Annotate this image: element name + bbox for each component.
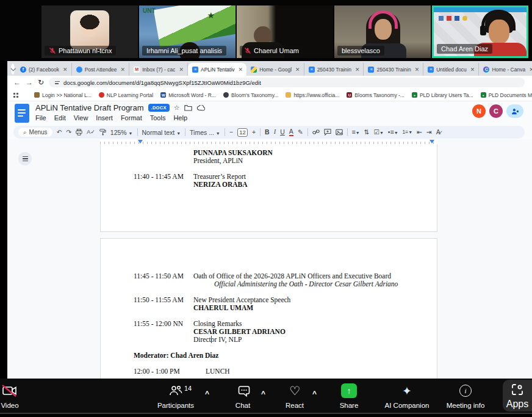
site-settings-icon[interactable] [55, 81, 60, 84]
italic-button[interactable]: I [274, 129, 276, 136]
numbered-list-button[interactable]: 1≡▼ [403, 129, 413, 135]
bookmark-login-national[interactable]: Login >> National L... [34, 92, 92, 98]
chat-menu-chevron[interactable]: ^ [261, 390, 265, 398]
font-size-field[interactable]: 12 [237, 128, 248, 137]
clear-formatting-button[interactable]: A̷ [436, 129, 440, 136]
document-page-1[interactable]: PUNNAPA SUKSAKORN President, APLiN 11:40… [100, 144, 437, 232]
highlight-color-button[interactable]: ✎ [298, 129, 303, 136]
doc-line: CHAERUL UMAM [193, 304, 437, 312]
tab-inbox[interactable]: M Inbox (7) - cac ✕ [129, 63, 188, 76]
tab-canva[interactable]: C Home - Canva ✕ [479, 63, 532, 76]
video-tile-irhamni[interactable]: ★ UNT Irhamni Ali_pusat analisis [139, 5, 235, 58]
align-button[interactable]: ≡▼ [352, 129, 360, 136]
bookmark-pld-library[interactable]: +PLD Library Users Ta... [412, 92, 473, 98]
checklist-button[interactable]: ☑▼ [373, 129, 383, 136]
bookmark-blooms-2[interactable]: UBlooms Taxonomy -... [347, 92, 404, 98]
increase-indent-button[interactable]: ⇥ [426, 129, 432, 136]
star-icon[interactable]: ☆ [174, 104, 180, 112]
close-icon[interactable]: ✕ [469, 67, 476, 73]
tab-facebook[interactable]: f (2) Facebook ✕ [16, 63, 72, 76]
close-icon[interactable]: ✕ [528, 67, 532, 73]
move-folder-icon[interactable] [184, 104, 192, 111]
tab-training-1[interactable]: ≡ 250430 Trainin ✕ [304, 63, 364, 76]
chevron-down-icon: ▼ [216, 131, 220, 136]
menu-format[interactable]: Format [121, 114, 142, 121]
participants-button[interactable]: Participants [148, 381, 204, 410]
share-button[interactable]: ↑ Share [321, 381, 377, 410]
decrease-indent-button[interactable]: ⇤ [417, 129, 422, 136]
tab-untitled-document[interactable]: ≡ Untitled docu ✕ [423, 63, 479, 76]
close-icon[interactable]: ✕ [62, 67, 69, 73]
underline-button[interactable]: U [280, 129, 285, 136]
spellcheck-icon[interactable]: A✓ [87, 129, 95, 135]
favicon [99, 92, 104, 98]
font-size-decrease[interactable]: − [229, 129, 233, 136]
menu-edit[interactable]: Edit [54, 114, 66, 121]
font-family-select[interactable]: Times ... ▼ [190, 129, 220, 136]
tab-post-attendee[interactable]: Post Attendee ✕ [72, 63, 129, 76]
collaborator-avatar-n[interactable]: N [472, 104, 486, 118]
doc-line: Closing Remarks [193, 320, 437, 328]
bookmark-ms-word[interactable]: WMicrosoft Word - R... [160, 92, 216, 98]
tab-training-2[interactable]: ≡ 250430 Trainin ✕ [364, 63, 423, 76]
share-button[interactable] [506, 104, 523, 118]
insert-link-icon[interactable] [312, 129, 320, 136]
line-spacing-button[interactable]: ⇅ [364, 129, 370, 136]
menu-help[interactable]: Help [173, 114, 187, 121]
menu-view[interactable]: View [74, 114, 88, 121]
video-tile-chad-active-speaker[interactable]: Chad Aren Diaz [432, 5, 528, 58]
paragraph-style-select[interactable]: Normal text ▼ [142, 129, 181, 136]
bold-button[interactable]: B [265, 129, 270, 136]
ai-companion-button[interactable]: ✦ AI Companion [379, 381, 435, 410]
back-icon[interactable]: ← [13, 78, 21, 87]
menu-tools[interactable]: Tools [150, 114, 166, 121]
tab-aplin-active[interactable]: ≡ APLiN Tentativ ✕ [188, 63, 246, 76]
forward-icon[interactable]: → [26, 78, 33, 87]
meeting-info-button[interactable]: i Meeting info [437, 381, 494, 410]
indent-marker[interactable] [430, 140, 434, 143]
react-menu-chevron[interactable]: ^ [312, 390, 317, 398]
google-docs-icon[interactable] [15, 104, 29, 123]
bookmark-official-site[interactable]: https://www.officia... [286, 92, 339, 98]
collaborator-avatar-c[interactable]: C [489, 104, 503, 118]
close-icon[interactable]: ✕ [237, 67, 245, 73]
close-icon[interactable]: ✕ [294, 67, 301, 73]
bulleted-list-button[interactable]: •≡▼ [388, 129, 398, 136]
bookmark-nlp-portal[interactable]: NLP Learning Portal [99, 92, 153, 98]
zoom-select[interactable]: 125% ▼ [110, 129, 133, 136]
tab-search-button[interactable] [11, 63, 15, 74]
menus-search-button[interactable]: ⌕ Menus [18, 128, 52, 137]
cloud-status-icon[interactable] [196, 105, 205, 111]
ruler[interactable] [100, 140, 437, 144]
video-button[interactable]: Video [0, 381, 38, 410]
print-icon[interactable] [76, 129, 82, 136]
reload-icon[interactable]: ↻ [38, 78, 44, 87]
insert-image-icon[interactable] [336, 129, 343, 136]
indent-marker[interactable] [138, 140, 143, 143]
omnibox[interactable]: docs.google.com/document/d/1ga8qqSNwygSX… [49, 78, 525, 87]
bookmark-pld-documents[interactable]: +PLD Documents Mo... [481, 92, 532, 98]
video-tile-phattawun[interactable]: Phattawun nl-tcnx [41, 5, 138, 58]
close-icon[interactable]: ✕ [120, 67, 127, 73]
paint-format-icon[interactable] [99, 129, 106, 136]
apps-grid-icon[interactable] [13, 93, 18, 98]
close-icon[interactable]: ✕ [178, 67, 185, 73]
video-tile-blessvelasco[interactable]: blessvelasco [334, 5, 431, 58]
add-comment-icon[interactable] [324, 129, 331, 136]
close-icon[interactable]: ✕ [414, 67, 421, 73]
apps-button[interactable]: Apps [503, 380, 532, 412]
menu-file[interactable]: File [35, 114, 46, 121]
video-tile-chaerul[interactable]: Chaerul Umam [237, 5, 333, 58]
document-outline-button[interactable] [18, 152, 32, 165]
font-size-increase[interactable]: + [252, 129, 256, 136]
tab-google-drive[interactable]: Home - Googl ✕ [246, 63, 304, 76]
menu-insert[interactable]: Insert [96, 114, 113, 121]
participants-menu-chevron[interactable]: ^ [205, 390, 209, 398]
undo-icon[interactable]: ↶ [57, 129, 62, 136]
redo-icon[interactable]: ↷ [66, 129, 71, 136]
close-icon[interactable]: ✕ [354, 67, 361, 73]
bookmark-blooms-taxonomy[interactable]: Bloom's Taxonomy... [223, 92, 278, 98]
document-page-2[interactable]: 11:45 - 11:50 AM Oath of Office of the 2… [100, 238, 437, 379]
document-title[interactable]: APLiN Tentative Draft Program [35, 103, 144, 112]
text-color-button[interactable]: A [289, 128, 293, 136]
